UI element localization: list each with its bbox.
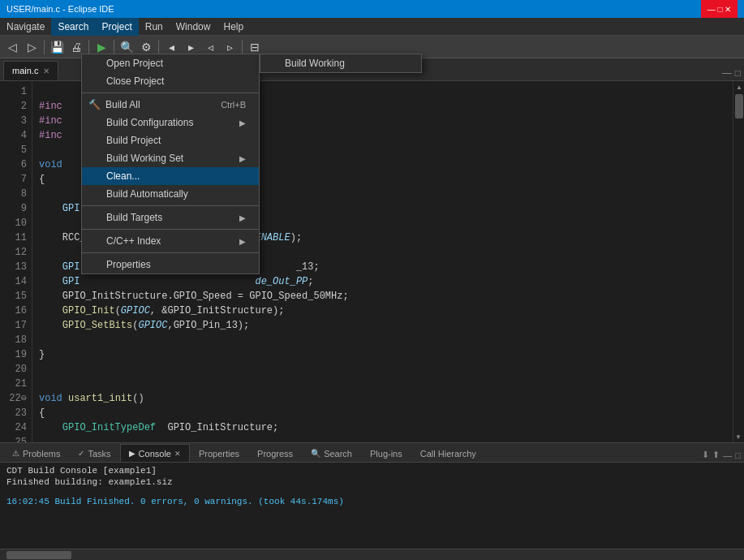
build-working-set-submenu: Build Working <box>260 54 422 73</box>
menu-cpp-index[interactable]: C/C++ Index ▶ <box>82 232 259 250</box>
build-targets-arrow-icon: ▶ <box>239 213 246 222</box>
menu-build-project[interactable]: Build Project <box>82 131 259 149</box>
submenu-arrow-icon: ▶ <box>239 118 246 127</box>
menu-clean[interactable]: Clean... <box>82 167 259 185</box>
cpp-index-arrow-icon: ▶ <box>239 237 246 246</box>
menu-open-project[interactable]: Open Project <box>82 54 259 72</box>
build-all-icon: 🔨 <box>88 99 101 110</box>
bws-submenu-item[interactable]: Build Working <box>260 54 421 72</box>
menu-sep-3 <box>82 229 259 230</box>
menu-sep-4 <box>82 252 259 253</box>
menu-properties[interactable]: Properties <box>82 256 259 274</box>
menu-build-targets[interactable]: Build Targets ▶ <box>82 209 259 226</box>
menu-close-project[interactable]: Close Project <box>82 72 259 90</box>
menu-build-working-set[interactable]: Build Working Set ▶ <box>82 149 259 167</box>
project-menu: Open Project Close Project 🔨 Build All C… <box>81 54 260 274</box>
menu-build-configurations[interactable]: Build Configurations ▶ <box>82 114 259 131</box>
menu-build-automatically[interactable]: Build Automatically <box>82 185 259 203</box>
menu-build-all[interactable]: 🔨 Build All Ctrl+B <box>82 96 259 114</box>
dropdown-overlay[interactable]: Open Project Close Project 🔨 Build All C… <box>0 0 744 560</box>
menu-sep-1 <box>82 93 259 93</box>
build-ws-arrow-icon: ▶ <box>239 154 246 163</box>
menu-sep-2 <box>82 205 259 206</box>
